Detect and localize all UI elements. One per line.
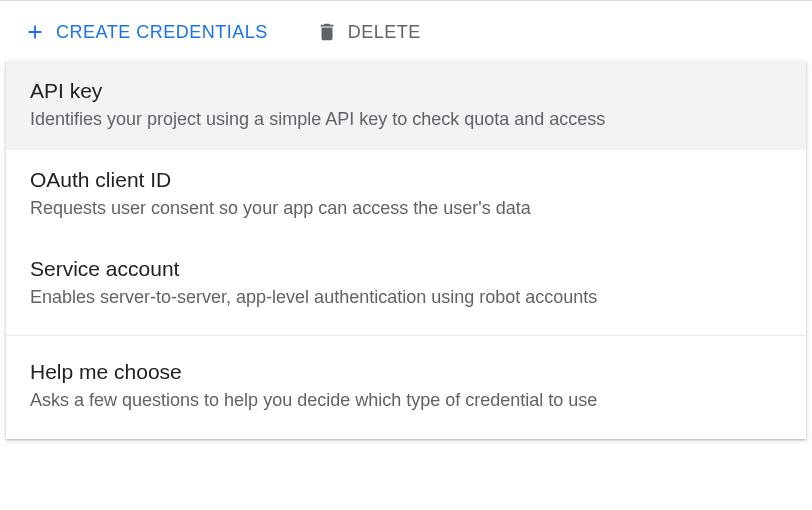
plus-icon xyxy=(24,21,46,43)
menu-item-description: Enables server-to-server, app-level auth… xyxy=(30,285,782,310)
menu-item-description: Asks a few questions to help you decide … xyxy=(30,388,782,413)
menu-item-title: Help me choose xyxy=(30,360,782,384)
delete-label: DELETE xyxy=(348,22,421,43)
toolbar: CREATE CREDENTIALS DELETE xyxy=(0,1,812,61)
menu-item-title: OAuth client ID xyxy=(30,168,782,192)
menu-item-api-key[interactable]: API key Identifies your project using a … xyxy=(6,61,806,150)
menu-item-title: Service account xyxy=(30,257,782,281)
create-credentials-label: CREATE CREDENTIALS xyxy=(56,22,268,43)
trash-icon xyxy=(316,21,338,43)
menu-item-service-account[interactable]: Service account Enables server-to-server… xyxy=(6,239,806,328)
credentials-dropdown: API key Identifies your project using a … xyxy=(6,61,806,439)
menu-item-help-me-choose[interactable]: Help me choose Asks a few questions to h… xyxy=(6,342,806,431)
menu-item-description: Identifies your project using a simple A… xyxy=(30,107,782,132)
menu-item-oauth-client-id[interactable]: OAuth client ID Requests user consent so… xyxy=(6,150,806,239)
menu-item-description: Requests user consent so your app can ac… xyxy=(30,196,782,221)
menu-item-title: API key xyxy=(30,79,782,103)
divider xyxy=(6,335,806,336)
delete-button[interactable]: DELETE xyxy=(316,21,421,43)
create-credentials-button[interactable]: CREATE CREDENTIALS xyxy=(24,21,268,43)
